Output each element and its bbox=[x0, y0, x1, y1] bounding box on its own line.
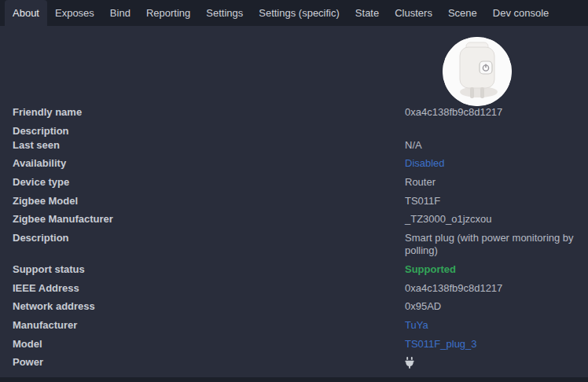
property-row-zigbee-model: Zigbee ModelTS011F bbox=[13, 195, 588, 208]
property-value-friendly-name: 0xa4c138fb9c8d1217 bbox=[405, 106, 502, 119]
property-row-model: ModelTS011F_plug_3 bbox=[13, 338, 588, 351]
property-label: Manufacturer bbox=[13, 319, 405, 332]
availability-link[interactable]: Disabled bbox=[405, 157, 445, 170]
property-label: Zigbee Model bbox=[13, 195, 405, 208]
property-value-network-address: 0x95AD bbox=[405, 300, 441, 313]
property-value-last-seen: N/A bbox=[405, 139, 422, 152]
tab-state[interactable]: State bbox=[347, 0, 387, 26]
tab-dev-console[interactable]: Dev console bbox=[485, 0, 557, 26]
property-label: Zigbee Manufacturer bbox=[13, 213, 405, 226]
property-label: Description bbox=[13, 125, 405, 138]
manufacturer-link[interactable]: TuYa bbox=[405, 319, 428, 332]
tab-settings[interactable]: Settings bbox=[198, 0, 251, 26]
property-row-description: DescriptionSmart plug (with power monito… bbox=[13, 232, 588, 257]
tab-clusters[interactable]: Clusters bbox=[387, 0, 440, 26]
property-row-support-status: Support statusSupported bbox=[13, 263, 588, 276]
smart-plug-illustration bbox=[443, 37, 512, 106]
property-value-zigbee-manufacturer: _TZ3000_o1jzcxou bbox=[405, 213, 492, 226]
tab-reporting[interactable]: Reporting bbox=[138, 0, 198, 26]
support-status-badge: Supported bbox=[405, 263, 456, 276]
property-value-description: Smart plug (with power monitoring by pol… bbox=[405, 232, 588, 257]
device-image-row bbox=[0, 26, 588, 106]
property-row-friendly-name: Friendly name0xa4c138fb9c8d1217 bbox=[13, 106, 588, 119]
plug-icon bbox=[405, 357, 414, 369]
property-value-power bbox=[405, 356, 414, 369]
property-value-ieee-address: 0xa4c138fb9c8d1217 bbox=[405, 282, 502, 295]
property-label: Support status bbox=[13, 263, 405, 276]
tab-exposes[interactable]: Exposes bbox=[47, 0, 102, 26]
property-label: Device type bbox=[13, 176, 405, 189]
property-row-power: Power bbox=[13, 356, 588, 369]
property-label: Network address bbox=[13, 300, 405, 313]
property-value-device-type: Router bbox=[405, 176, 435, 189]
property-row-device-type: Device typeRouter bbox=[13, 176, 588, 189]
property-label: Description bbox=[13, 232, 405, 244]
tab-scene[interactable]: Scene bbox=[440, 0, 485, 26]
device-photo bbox=[443, 37, 512, 106]
property-label: Availability bbox=[13, 157, 405, 170]
model-link[interactable]: TS011F_plug_3 bbox=[405, 338, 477, 351]
property-label: Friendly name bbox=[13, 106, 405, 119]
tab-settings-specific[interactable]: Settings (specific) bbox=[251, 0, 347, 26]
property-label: Power bbox=[13, 356, 405, 369]
property-row-last-seen: Last seenN/A bbox=[13, 139, 588, 152]
tab-bind[interactable]: Bind bbox=[102, 0, 138, 26]
property-row-zigbee-manufacturer: Zigbee Manufacturer_TZ3000_o1jzcxou bbox=[13, 213, 588, 226]
tab-about[interactable]: About bbox=[5, 0, 47, 26]
property-row-network-address: Network address0x95AD bbox=[13, 300, 588, 313]
property-row-ieee-address: IEEE Address0xa4c138fb9c8d1217 bbox=[13, 282, 588, 295]
property-row-availability: AvailabilityDisabled bbox=[13, 157, 588, 170]
property-value-zigbee-model: TS011F bbox=[405, 195, 440, 208]
property-label: Interview completed bbox=[13, 375, 405, 377]
about-panel: Friendly name0xa4c138fb9c8d1217Descripti… bbox=[0, 26, 588, 377]
property-row-description-empty: Description bbox=[13, 125, 588, 138]
property-label: IEEE Address bbox=[13, 282, 405, 295]
device-properties: Friendly name0xa4c138fb9c8d1217Descripti… bbox=[0, 106, 588, 377]
device-tab-bar: AboutExposesBindReportingSettingsSetting… bbox=[0, 0, 588, 26]
property-row-manufacturer: ManufacturerTuYa bbox=[13, 319, 588, 332]
property-label: Last seen bbox=[13, 139, 405, 152]
property-value-interview-completed: True bbox=[405, 375, 425, 377]
property-row-interview-completed: Interview completedTrue bbox=[13, 375, 588, 377]
property-label: Model bbox=[13, 338, 405, 351]
